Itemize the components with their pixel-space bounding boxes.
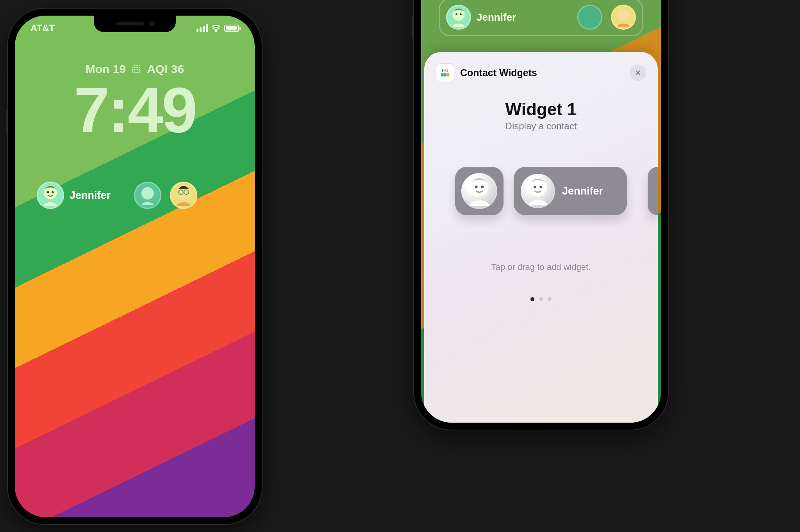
contact-widget-3[interactable] xyxy=(611,5,636,30)
svg-point-13 xyxy=(475,186,478,188)
lock-widgets-row: Jennifer xyxy=(37,182,233,209)
app-icon-time: 9:41 xyxy=(442,69,448,72)
sheet-hint: Tap or drag to add widget. xyxy=(436,262,646,272)
app-icon: 9:41 xyxy=(436,64,454,82)
widget-option-peek[interactable] xyxy=(648,167,658,215)
phone-widget-picker: Jennifer 9:41 Contact Widgets xyxy=(414,0,668,430)
page-dot[interactable] xyxy=(530,297,534,301)
lock-time: 7:49 xyxy=(15,78,255,142)
lock-date: Mon 19 xyxy=(86,62,126,76)
widget-option-label: Jennifer xyxy=(562,185,603,197)
widget-options-row: Jennifer xyxy=(436,167,646,215)
avatar-icon xyxy=(446,5,471,30)
screen: AT&T Mon 19 AQI 36 7:49 xyxy=(15,16,255,517)
cellular-icon xyxy=(196,24,208,32)
sheet-app-name: Contact Widgets xyxy=(460,67,537,79)
svg-point-3 xyxy=(52,191,54,193)
svg-point-11 xyxy=(617,9,629,21)
lock-widgets-row-editable[interactable]: Jennifer xyxy=(440,0,642,35)
page-dot[interactable] xyxy=(548,297,552,301)
widget-option-small[interactable] xyxy=(455,167,504,215)
contact-widget-2[interactable] xyxy=(577,5,602,30)
contact-widget-2[interactable] xyxy=(134,182,161,209)
lock-aqi: AQI 36 xyxy=(147,62,184,76)
lock-meta: Mon 19 AQI 36 7:49 xyxy=(15,62,255,142)
svg-point-0 xyxy=(215,30,216,32)
widget-picker-sheet: 9:41 Contact Widgets Widget 1 Display a … xyxy=(424,52,658,423)
contact-widget-3[interactable] xyxy=(170,182,197,209)
page-indicator[interactable] xyxy=(436,297,646,301)
close-button[interactable] xyxy=(630,64,646,81)
avatar-icon xyxy=(37,182,64,209)
sheet-header: 9:41 Contact Widgets xyxy=(436,64,646,82)
sheet-title: Widget 1 xyxy=(436,100,646,119)
battery-icon xyxy=(224,25,239,32)
contact-widget-primary[interactable]: Jennifer xyxy=(37,182,111,209)
svg-point-10 xyxy=(460,13,462,15)
svg-point-2 xyxy=(47,191,49,193)
svg-point-16 xyxy=(534,186,536,189)
page-dot[interactable] xyxy=(539,297,543,301)
svg-point-9 xyxy=(455,13,457,15)
phone-lockscreen: AT&T Mon 19 AQI 36 7:49 xyxy=(8,9,262,524)
avatar-icon xyxy=(461,173,497,209)
sheet-subtitle: Display a contact xyxy=(436,121,646,132)
status-right xyxy=(196,23,239,33)
avatar-icon xyxy=(521,174,555,208)
sheet-hero: Widget 1 Display a contact xyxy=(436,100,646,132)
aqi-icon xyxy=(131,64,141,74)
carrier-label: AT&T xyxy=(30,23,55,34)
contact-widget-primary[interactable]: Jennifer xyxy=(446,5,516,30)
svg-point-4 xyxy=(141,187,154,200)
widget-option-wide[interactable]: Jennifer xyxy=(514,167,627,215)
wifi-icon xyxy=(211,23,221,33)
svg-point-14 xyxy=(481,186,484,188)
lock-dateline: Mon 19 AQI 36 xyxy=(86,62,184,76)
screen: Jennifer 9:41 Contact Widgets xyxy=(421,0,661,423)
notch xyxy=(94,16,176,32)
contact-name: Jennifer xyxy=(477,11,516,23)
svg-point-17 xyxy=(539,186,542,189)
contact-name: Jennifer xyxy=(70,189,111,202)
